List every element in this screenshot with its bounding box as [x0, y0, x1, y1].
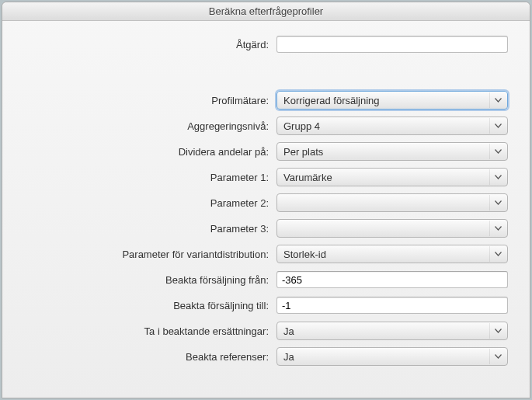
chevron-down-icon [489, 92, 506, 108]
row-action: Åtgärd: [16, 35, 508, 54]
sales-to-input[interactable] [276, 297, 508, 314]
consider-replacements-value: Ja [283, 325, 294, 337]
chevron-down-icon [489, 221, 506, 236]
divide-shares-select[interactable]: Per plats [276, 142, 508, 161]
chevron-down-icon [489, 169, 506, 185]
row-variant-dist-param: Parameter för variantdistribution: Storl… [16, 245, 508, 263]
divide-shares-value: Per plats [283, 146, 323, 158]
label-divide-shares: Dividera andelar på: [16, 146, 276, 158]
field-profile-meter: Korrigerad försäljning [276, 91, 508, 110]
field-param3 [276, 219, 508, 238]
dialog-window: Beräkna efterfrågeprofiler Åtgärd: Profi… [2, 2, 530, 398]
row-param3: Parameter 3: [16, 219, 508, 238]
row-aggregation-level: Aggregeringsnivå: Grupp 4 [16, 117, 508, 135]
field-divide-shares: Per plats [276, 142, 508, 161]
label-sales-to: Beakta försäljning till: [16, 300, 276, 311]
profile-meter-select[interactable]: Korrigerad försäljning [276, 91, 508, 110]
row-consider-references: Beakta referenser: Ja [16, 347, 508, 366]
aggregation-level-select[interactable]: Grupp 4 [276, 117, 508, 135]
consider-references-select[interactable]: Ja [276, 347, 508, 366]
label-consider-references: Beakta referenser: [16, 351, 276, 363]
profile-meter-value: Korrigerad försäljning [283, 95, 380, 106]
label-variant-dist-param: Parameter för variantdistribution: [16, 249, 276, 260]
chevron-down-icon [489, 118, 506, 134]
label-param1: Parameter 1: [16, 172, 276, 183]
field-consider-references: Ja [276, 347, 508, 366]
variant-dist-param-select[interactable]: Storlek-id [276, 245, 508, 263]
chevron-down-icon [489, 246, 506, 262]
chevron-down-icon [489, 323, 506, 339]
sales-from-input[interactable] [276, 271, 508, 288]
action-input[interactable] [276, 36, 508, 53]
label-sales-from: Beakta försäljning från: [16, 274, 276, 286]
row-consider-replacements: Ta i beaktande ersättningar: Ja [16, 322, 508, 340]
row-sales-from: Beakta försäljning från: [16, 270, 508, 289]
field-sales-to [276, 297, 508, 314]
row-divide-shares: Dividera andelar på: Per plats [16, 142, 508, 161]
field-sales-from [276, 271, 508, 288]
row-profile-meter: Profilmätare: Korrigerad försäljning [16, 91, 508, 110]
dialog-content: Åtgärd: Profilmätare: Korrigerad försälj… [2, 21, 530, 398]
field-param1: Varumärke [276, 168, 508, 186]
window-titlebar: Beräkna efterfrågeprofiler [2, 2, 530, 21]
param3-select[interactable] [276, 219, 508, 238]
field-aggregation-level: Grupp 4 [276, 117, 508, 135]
field-consider-replacements: Ja [276, 322, 508, 340]
param2-select[interactable] [276, 193, 508, 212]
label-param2: Parameter 2: [16, 197, 276, 209]
row-param2: Parameter 2: [16, 193, 508, 212]
param1-select[interactable]: Varumärke [276, 168, 508, 186]
variant-dist-param-value: Storlek-id [283, 249, 326, 260]
window-title: Beräkna efterfrågeprofiler [209, 5, 323, 17]
label-consider-replacements: Ta i beaktande ersättningar: [16, 325, 276, 337]
aggregation-level-value: Grupp 4 [283, 120, 320, 132]
param1-value: Varumärke [283, 172, 332, 183]
chevron-down-icon [489, 195, 506, 210]
field-param2 [276, 193, 508, 212]
row-param1: Parameter 1: Varumärke [16, 168, 508, 186]
chevron-down-icon [489, 349, 506, 364]
label-profile-meter: Profilmätare: [16, 95, 276, 106]
label-param3: Parameter 3: [16, 223, 276, 235]
row-sales-to: Beakta försäljning till: [16, 296, 508, 315]
field-variant-dist-param: Storlek-id [276, 245, 508, 263]
consider-references-value: Ja [283, 351, 294, 363]
chevron-down-icon [489, 144, 506, 159]
consider-replacements-select[interactable]: Ja [276, 322, 508, 340]
label-aggregation-level: Aggregeringsnivå: [16, 120, 276, 132]
label-action: Åtgärd: [16, 39, 276, 50]
field-action [276, 36, 508, 53]
